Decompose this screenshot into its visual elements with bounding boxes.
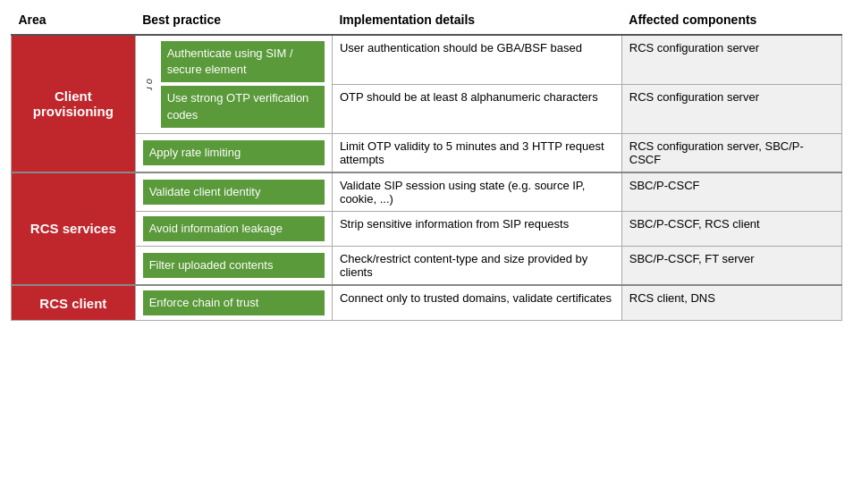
impl-cell: User authentication should be GBA/BSF ba… — [332, 35, 621, 85]
col-header-best-practice: Best practice — [135, 9, 332, 35]
bp-cell: Validate client identity — [135, 172, 332, 212]
affected-cell: RCS configuration server — [621, 35, 841, 85]
main-table: Area Best practice Implementation detail… — [11, 9, 842, 321]
or-label: o r — [143, 79, 157, 90]
table-row: Client provisioningo rAuthenticate using… — [12, 35, 842, 85]
bp-cell: Enforce chain of trust — [135, 285, 332, 321]
affected-cell: RCS client, DNS — [621, 285, 841, 321]
practice-label: Enforce chain of trust — [143, 290, 325, 315]
affected-cell: RCS configuration server — [621, 85, 841, 134]
bp-cell-or-group: o rAuthenticate using SIM / secure eleme… — [135, 35, 332, 133]
impl-cell: Validate SIP session using state (e.g. s… — [332, 172, 621, 212]
table-row: Apply rate limitingLimit OTP validity to… — [12, 133, 842, 172]
impl-cell: Connect only to trusted domains, validat… — [332, 285, 621, 321]
table-row: Filter uploaded contentsCheck/restrict c… — [12, 246, 842, 285]
bp-cell: Avoid information leakage — [135, 211, 332, 246]
practice-label: Filter uploaded contents — [143, 253, 325, 278]
table-row: RCS clientEnforce chain of trustConnect … — [12, 285, 842, 321]
affected-cell: RCS configuration server, SBC/P-CSCF — [621, 133, 841, 172]
impl-cell: OTP should be at least 8 alphanumeric ch… — [332, 85, 621, 134]
impl-cell: Check/restrict content-type and size pro… — [332, 246, 621, 285]
practice-label: Apply rate limiting — [143, 140, 325, 165]
practice-label: Avoid information leakage — [143, 216, 325, 241]
col-header-impl: Implementation details — [332, 9, 621, 35]
col-header-affected: Affected components — [621, 9, 841, 35]
affected-cell: SBC/P-CSCF, RCS client — [621, 211, 841, 246]
col-header-area: Area — [12, 9, 136, 35]
area-cell: Client provisioning — [12, 35, 136, 172]
area-cell: RCS services — [12, 172, 136, 285]
practice-label: Use strong OTP verification codes — [161, 86, 325, 127]
practice-label: Validate client identity — [143, 180, 325, 205]
bp-cell: Filter uploaded contents — [135, 246, 332, 285]
practice-label: Authenticate using SIM / secure element — [161, 41, 325, 82]
area-cell: RCS client — [12, 285, 136, 321]
impl-cell: Strip sensitive information from SIP req… — [332, 211, 621, 246]
table-row: Avoid information leakageStrip sensitive… — [12, 211, 842, 246]
impl-cell: Limit OTP validity to 5 minutes and 3 HT… — [332, 133, 621, 172]
affected-cell: SBC/P-CSCF — [621, 172, 841, 212]
table-row: RCS servicesValidate client identityVali… — [12, 172, 842, 212]
bp-cell: Apply rate limiting — [135, 133, 332, 172]
affected-cell: SBC/P-CSCF, FT server — [621, 246, 841, 285]
